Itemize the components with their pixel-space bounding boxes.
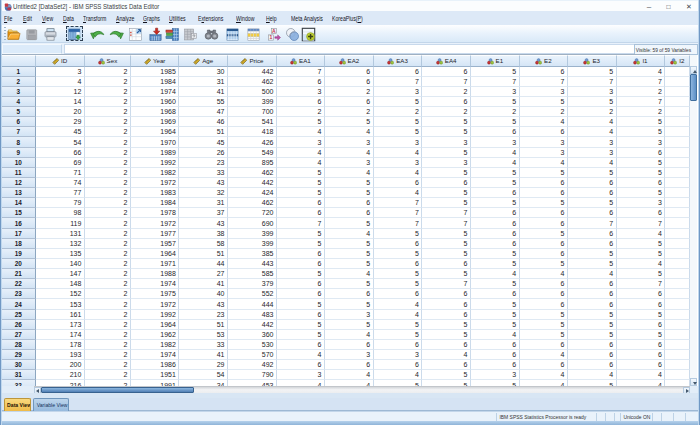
svg-text:1: 1 [270, 34, 273, 40]
svg-text:A: A [272, 28, 276, 34]
